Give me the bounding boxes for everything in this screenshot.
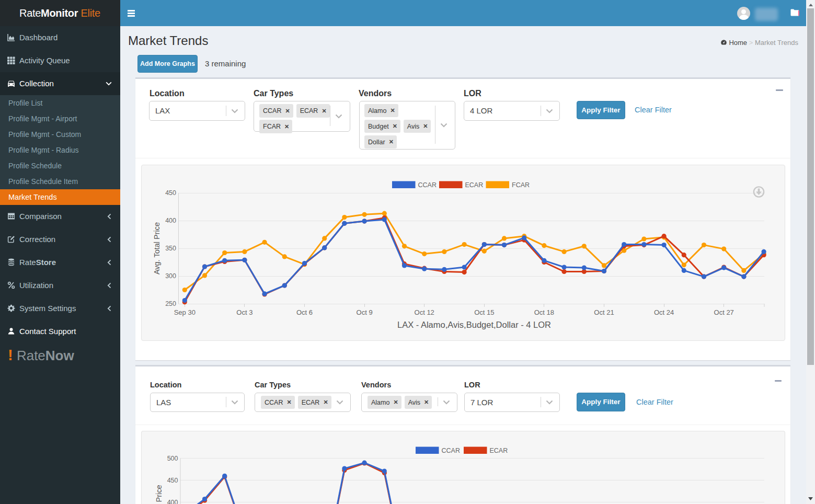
- svg-text:450: 450: [165, 189, 176, 197]
- svg-text:Sep 30: Sep 30: [174, 308, 196, 316]
- svg-text:450: 450: [167, 477, 178, 484]
- svg-text:250: 250: [165, 300, 176, 307]
- svg-text:Avg. Total Price: Avg. Total Price: [153, 222, 161, 274]
- svg-text:LAX - Alamo,Avis,Budget,Dollar: LAX - Alamo,Avis,Budget,Dollar - 4 LOR: [397, 320, 551, 329]
- svg-text:Oct 21: Oct 21: [594, 308, 614, 316]
- svg-text:500: 500: [167, 455, 178, 462]
- svg-text:Oct 12: Oct 12: [415, 308, 434, 316]
- svg-text:Oct 27: Oct 27: [714, 308, 734, 316]
- svg-text:400: 400: [167, 499, 178, 504]
- svg-text:ECAR: ECAR: [490, 447, 508, 454]
- svg-text:Avg. Total Price: Avg. Total Price: [155, 485, 163, 504]
- svg-text:CCAR: CCAR: [442, 447, 460, 454]
- svg-text:400: 400: [165, 217, 176, 224]
- svg-text:Oct 15: Oct 15: [474, 308, 494, 316]
- svg-text:Oct 18: Oct 18: [534, 308, 554, 316]
- svg-text:ECAR: ECAR: [465, 181, 484, 189]
- svg-text:Oct 24: Oct 24: [654, 308, 674, 316]
- svg-text:300: 300: [165, 272, 176, 280]
- svg-text:Oct 9: Oct 9: [357, 308, 373, 316]
- svg-text:350: 350: [165, 245, 176, 252]
- svg-text:FCAR: FCAR: [512, 181, 530, 189]
- svg-text:Oct 3: Oct 3: [236, 308, 252, 316]
- svg-text:CCAR: CCAR: [418, 181, 437, 189]
- svg-text:Oct 6: Oct 6: [296, 308, 313, 316]
